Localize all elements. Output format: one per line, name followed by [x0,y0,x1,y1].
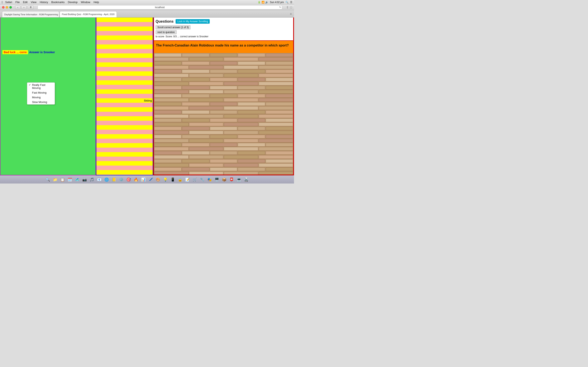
dock-icon-22[interactable]: 🎭 [206,176,213,183]
dock-icon-21[interactable]: 🔧 [199,176,205,183]
brick [224,163,258,167]
dock-icon-2[interactable]: 📋 [59,176,66,183]
stripe-row [96,143,153,148]
brick [182,110,209,114]
menu-safari[interactable]: Safari [3,1,14,4]
brick [238,102,265,106]
menu-window[interactable]: Window [79,1,92,4]
brick [182,102,209,106]
new-tab-icon[interactable]: □ [290,6,292,9]
dock-icon-15[interactable]: 🎨 [155,176,161,183]
dock-icon-13[interactable]: 📊 [140,176,147,183]
menu-history[interactable]: History [38,1,50,4]
reload-button[interactable]: ↻ [279,6,281,8]
brick [154,90,189,94]
brick-row [154,139,293,143]
brick [238,61,265,65]
share-icon[interactable]: ⇧ [286,6,289,9]
brick-row [154,163,293,167]
dock-icon-18[interactable]: 🔒 [177,176,183,183]
dropdown-item-2[interactable]: Moving [27,95,55,100]
brick [238,135,265,138]
dock-icon-9[interactable]: 📒 [111,176,117,183]
menu-bookmarks[interactable]: Bookmarks [50,1,66,4]
dock-icon-19[interactable]: 📝 [184,176,191,183]
dropdown-item-3[interactable]: Slow Moving [27,100,55,104]
menu-bar-right: 🔋 📶 🔊 Sun 4:02 pm 🔍 ☰ [258,1,292,4]
dock-icon-17[interactable]: 📱 [169,176,176,183]
dock-icon-6[interactable]: 🎵 [89,176,95,183]
dock-icon-25[interactable]: 📮 [228,176,235,183]
close-button[interactable] [2,6,4,8]
tab-1[interactable]: Fixed Building Quiz - RJM Programming - … [60,11,117,17]
nav-buttons: ‹ › [15,6,26,9]
dock-icon-8[interactable]: 🌐 [103,176,110,183]
menu-view[interactable]: View [29,1,38,4]
brick [154,163,189,167]
brick [189,114,224,118]
speed-dropdown-menu[interactable]: Really Fast Moving Fast Moving Moving Sl… [27,82,55,105]
dock-icon-16[interactable]: 💡 [162,176,169,183]
lock-answer-scrolling-button[interactable]: Lock in My Answer Scrolling [176,19,210,24]
brick [182,53,209,57]
dock-icon-23[interactable]: 🖥️ [214,176,220,183]
url-bar[interactable]: localhost ↻ [38,5,282,9]
scroll-correct-answer-button[interactable]: Scroll correct answer (1 of 3) [156,25,190,29]
brick-row [154,86,293,90]
dock-icon-27[interactable]: 🖨️ [243,176,250,183]
brick [154,139,189,142]
brick [210,127,237,130]
menu-file[interactable]: File [14,1,21,4]
dock-icon-4[interactable]: 🗺️ [74,176,80,183]
sidebar-toggle-button[interactable]: ☰ [28,6,34,9]
fullscreen-button[interactable] [9,6,12,8]
right-pane: Questions Lock in My Answer Scrolling Sc… [153,17,294,175]
brick-row [154,118,293,122]
back-button[interactable]: ‹ [15,6,20,9]
dock-icon-10[interactable]: ⚙️ [118,176,125,183]
dropdown-item-1[interactable]: Fast Moving [27,90,55,95]
menu-list-icon[interactable]: ☰ [290,1,292,4]
brick [238,143,265,147]
brick [238,53,265,57]
minimize-button[interactable] [6,6,8,8]
dock-icon-14[interactable]: 🖊️ [147,176,154,183]
brick [189,155,224,159]
brick [189,106,224,110]
forward-button[interactable]: › [21,6,26,9]
dock-icon-7[interactable]: 📧 [96,176,103,183]
dock-icon-12[interactable]: 🔥 [133,176,139,183]
dock-icon-26[interactable]: 💻 [236,176,242,183]
brick [224,139,258,142]
brick [224,123,258,126]
brick [238,78,265,81]
brick [238,127,265,130]
brick-row [154,98,293,102]
brick [238,167,265,171]
menu-search-icon[interactable]: 🔍 [285,1,288,4]
brick [182,167,209,171]
brick [154,94,182,98]
dropdown-item-0[interactable]: Really Fast Moving [27,83,55,90]
stripe-row [96,152,153,157]
brick [189,147,224,151]
dock-icon-3[interactable]: 🗓️ [67,176,73,183]
brick [259,57,293,61]
new-tab-button[interactable]: + [290,12,292,16]
stripe-row [96,80,153,85]
dock-icon-0[interactable]: 🔍 [44,176,51,183]
dock-icon-20[interactable]: 🛒 [191,176,198,183]
dock-icon-5[interactable]: 📷 [81,176,88,183]
menu-develop[interactable]: Develop [66,1,79,4]
next-to-question-button[interactable]: next to question [156,30,177,34]
dock-icon-11[interactable]: 🎯 [125,176,132,183]
brick [182,135,209,138]
tab-0[interactable]: Daylight Saving Time Information - RJM P… [2,11,59,17]
menu-edit[interactable]: Edit [21,1,29,4]
dock-icon-1[interactable]: 📁 [52,176,58,183]
menu-help[interactable]: Help [92,1,101,4]
dock-icon-24[interactable]: 📦 [221,176,227,183]
apple-menu[interactable]:  [2,0,3,4]
brick [189,57,224,61]
brick [154,61,182,65]
